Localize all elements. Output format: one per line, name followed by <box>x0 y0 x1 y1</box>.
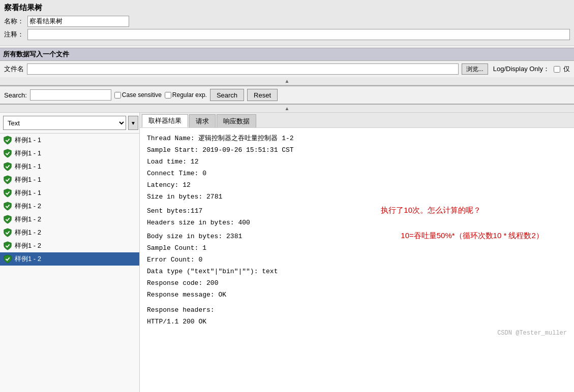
top-section: 察看结果树 名称： 注释： <box>0 0 574 46</box>
log-display-checkbox[interactable] <box>554 66 560 73</box>
list-item-label: 样例1 - 2 <box>15 215 41 224</box>
tab-request[interactable]: 请求 <box>189 114 216 127</box>
file-input[interactable] <box>27 63 459 75</box>
list-item[interactable]: 样例1 - 1 <box>0 173 139 186</box>
error-count-line: Error Count: 0 <box>147 254 567 266</box>
list-item[interactable]: 样例1 - 1 <box>0 147 139 160</box>
list-item-label: 样例1 - 1 <box>15 162 41 171</box>
shield-icon <box>3 215 12 224</box>
log-display-label: Log/Display Only： <box>493 64 550 74</box>
http-line: HTTP/1.1 200 OK <box>147 316 567 328</box>
shield-icon <box>3 254 12 264</box>
main-area: Text RegExp Tester CSS/JQuery Tester XPa… <box>0 113 574 392</box>
list-item[interactable]: 样例1 - 1 <box>0 186 139 200</box>
case-sensitive-label: Case sensitive <box>114 91 162 99</box>
right-panel: 取样器结果 请求 响应数据 Thread Name: 逻辑控制器之吞吐量控制器 … <box>140 113 574 392</box>
headers-size-line: Headers size in bytes: 400 <box>147 217 567 228</box>
size-bytes-value: 2781 <box>206 193 222 201</box>
note-row: 注释： <box>4 29 570 40</box>
body-size-label: Body size in bytes: <box>147 233 226 240</box>
window-title: 察看结果树 <box>4 3 570 13</box>
tabs-bar: 取样器结果 请求 响应数据 <box>140 113 574 128</box>
regular-exp-label: Regular exp. <box>165 91 207 99</box>
scroll-up-arrow-2[interactable]: ▲ <box>285 106 290 111</box>
load-time-value: 12 <box>191 158 199 166</box>
type-row: Text RegExp Tester CSS/JQuery Tester XPa… <box>0 113 139 134</box>
search-label: Search: <box>4 91 27 99</box>
response-headers-line: Response headers: <box>147 305 567 316</box>
connect-time-value: 0 <box>202 170 206 177</box>
scroll-indicator-2: ▲ <box>0 105 574 113</box>
shield-icon <box>3 228 12 237</box>
name-input[interactable] <box>27 16 129 27</box>
list-item-label: 样例1 - 2 <box>15 228 41 237</box>
response-code-line: Response code: 200 <box>147 278 567 289</box>
response-message-value: OK <box>218 291 226 299</box>
name-label: 名称： <box>4 17 24 26</box>
list-item-label: 样例1 - 1 <box>15 149 41 158</box>
list-item-label: 样例1 - 1 <box>15 136 41 145</box>
file-row: 文件名 浏览... Log/Display Only： 仅 <box>0 61 574 77</box>
sample-count-value: 1 <box>202 244 206 252</box>
latency-value: 12 <box>183 181 191 189</box>
body-size-line: Body size in bytes: 2381 10=吞吐量50%*（循环次数… <box>147 229 567 242</box>
size-bytes-line: Size in bytes: 2781 <box>147 191 567 203</box>
sample-count-line: Sample Count: 1 <box>147 243 567 254</box>
list-item-label: 样例1 - 2 <box>15 254 41 264</box>
file-label: 文件名 <box>4 64 24 74</box>
shield-icon <box>3 202 12 211</box>
shield-icon <box>3 136 12 145</box>
list-item-label: 样例1 - 2 <box>15 241 41 250</box>
scroll-up-arrow[interactable]: ▲ <box>285 78 290 84</box>
list-item[interactable]: 样例1 - 2 <box>0 213 139 226</box>
data-type-value: text <box>262 268 278 275</box>
type-dropdown-arrow[interactable]: ▼ <box>128 116 138 130</box>
right-panel-wrapper: 取样器结果 请求 响应数据 Thread Name: 逻辑控制器之吞吐量控制器 … <box>140 113 574 392</box>
browse-button[interactable]: 浏览... <box>462 63 488 75</box>
sample-count-label: Sample Count: <box>147 244 202 252</box>
search-input[interactable] <box>30 89 111 101</box>
body-size-value: 2381 <box>226 233 242 240</box>
shield-icon <box>3 175 12 184</box>
type-select[interactable]: Text RegExp Tester CSS/JQuery Tester XPa… <box>3 116 126 130</box>
reset-button[interactable]: Reset <box>247 89 278 101</box>
response-message-line: Response message: OK <box>147 289 567 301</box>
csdn-watermark: CSDN @Tester_muller <box>497 328 567 338</box>
annotation1: 执行了10次。怎么计算的呢？ <box>381 206 481 214</box>
sent-bytes-line: Sent bytes:117 执行了10次。怎么计算的呢？ <box>147 204 567 217</box>
headers-size-value: 400 <box>238 219 250 226</box>
list-item[interactable]: 样例1 - 1 <box>0 160 139 173</box>
list-item[interactable]: 样例1 - 2 <box>0 200 139 213</box>
thread-name-value: 逻辑控制器之吞吐量控制器 1-2 <box>198 135 293 142</box>
list-item-label: 样例1 - 2 <box>15 202 41 211</box>
left-panel: Text RegExp Tester CSS/JQuery Tester XPa… <box>0 113 140 392</box>
case-sensitive-checkbox[interactable] <box>114 92 121 99</box>
response-code-label: Response code: <box>147 279 206 287</box>
list-item-selected[interactable]: 样例1 - 2 <box>0 252 139 266</box>
shield-icon <box>3 188 12 198</box>
annotation2: 10=吞吐量50%*（循环次数10 * 线程数2） <box>401 231 543 240</box>
regular-exp-checkbox[interactable] <box>165 92 171 99</box>
shield-icon <box>3 241 12 250</box>
tab-sampler-results[interactable]: 取样器结果 <box>142 114 188 127</box>
sent-bytes-label: Sent bytes: <box>147 207 191 215</box>
note-input[interactable] <box>27 29 570 40</box>
http-line-value: HTTP/1.1 200 OK <box>147 318 206 325</box>
sample-list: 样例1 - 1 样例1 - 1 样例1 - 1 <box>0 134 139 392</box>
regular-exp-text: Regular exp. <box>172 91 207 99</box>
list-item[interactable]: 样例1 - 2 <box>0 239 139 252</box>
load-time-label: Load time: <box>147 158 191 166</box>
latency-label: Latency: <box>147 181 183 189</box>
sample-start-line: Sample Start: 2019-09-26 15:51:31 CST <box>147 145 567 156</box>
list-item[interactable]: 样例1 - 1 <box>0 134 139 147</box>
search-bar: Search: Case sensitive Regular exp. Sear… <box>0 85 574 105</box>
name-row: 名称： <box>4 16 570 27</box>
list-item[interactable]: 样例1 - 2 <box>0 226 139 239</box>
shield-icon <box>3 162 12 171</box>
content-area: Thread Name: 逻辑控制器之吞吐量控制器 1-2 Sample Sta… <box>140 128 574 392</box>
tab-response-data[interactable]: 响应数据 <box>217 114 256 127</box>
size-bytes-label: Size in bytes: <box>147 193 206 201</box>
connect-time-line: Connect Time: 0 <box>147 168 567 179</box>
headers-size-label: Headers size in bytes: <box>147 219 238 226</box>
search-button[interactable]: Search <box>210 89 244 101</box>
